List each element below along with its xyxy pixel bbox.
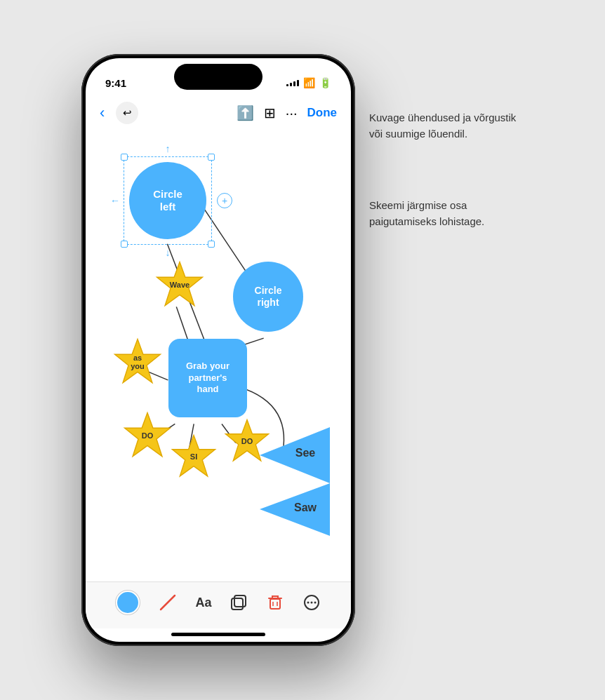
done-button[interactable]: Done <box>307 106 338 120</box>
center-square-label: Grab your partner's hand <box>183 358 232 399</box>
phone-frame: 9:41 📶 🔋 ‹ ↩ <box>81 54 355 646</box>
signal-bars-icon <box>286 80 299 86</box>
svg-text:See: See <box>295 447 316 459</box>
circle-left[interactable]: Circle left <box>129 162 206 239</box>
battery-icon: 🔋 <box>319 77 331 88</box>
strike-icon <box>158 593 178 612</box>
dynamic-island <box>174 64 262 90</box>
status-time: 9:41 <box>105 77 126 89</box>
more-tool[interactable] <box>302 593 321 612</box>
copy-tool[interactable] <box>230 593 248 612</box>
handle-bl[interactable] <box>121 241 128 248</box>
star-asyou[interactable]: as you <box>112 337 163 387</box>
undo-icon: ↩ <box>123 107 132 119</box>
svg-marker-10 <box>125 413 171 457</box>
annotation-2-text: Skeemi järgmise osa paigutamiseks lohist… <box>369 199 484 227</box>
svg-point-26 <box>314 602 317 604</box>
annotation-2: Skeemi järgmise osa paigutamiseks lohist… <box>369 198 524 229</box>
more-button[interactable]: ··· <box>286 105 298 121</box>
text-tool-label: Aa <box>196 595 212 610</box>
circle-right[interactable]: Circle right <box>233 262 303 332</box>
strike-tool[interactable] <box>158 593 178 612</box>
svg-text:Saw: Saw <box>294 502 317 513</box>
handle-tl[interactable] <box>121 154 128 161</box>
annotation-panel: Kuvage ühendused ja võrgustik või suumig… <box>369 54 524 257</box>
circle-left-label: Circle left <box>153 188 182 213</box>
triangle-container: See Saw <box>239 420 337 539</box>
color-tool[interactable] <box>116 591 140 614</box>
undo-button[interactable]: ↩ <box>116 102 138 124</box>
svg-line-17 <box>161 595 175 610</box>
svg-marker-11 <box>172 435 215 476</box>
expand-handle-right[interactable]: + <box>217 193 232 208</box>
annotation-1-text: Kuvage ühendused ja võrgustik või suumig… <box>369 112 516 140</box>
delete-tool[interactable] <box>266 593 284 612</box>
handle-tr[interactable] <box>208 154 215 161</box>
back-button[interactable]: ‹ <box>100 104 105 122</box>
color-circle <box>116 591 140 614</box>
svg-point-25 <box>311 602 313 604</box>
toolbar: ‹ ↩ ⬆️ ⊞ ··· Done <box>86 96 351 130</box>
circle-right-label: Circle right <box>255 285 282 309</box>
annotation-1: Kuvage ühendused ja võrgustik või suumig… <box>369 110 524 142</box>
handle-br[interactable] <box>208 241 215 248</box>
arrow-left[interactable]: ← <box>110 195 120 206</box>
svg-marker-9 <box>115 339 161 383</box>
delete-icon <box>266 593 284 612</box>
star-si[interactable]: SI <box>170 433 218 480</box>
center-square[interactable]: Grab your partner's hand <box>168 339 247 417</box>
svg-rect-18 <box>232 598 243 610</box>
bottom-toolbar: Aa <box>86 581 351 628</box>
grid-button[interactable]: ⊞ <box>264 105 276 121</box>
arrow-bottom[interactable]: ↓ <box>166 247 171 258</box>
more-icon <box>302 593 321 612</box>
text-tool[interactable]: Aa <box>196 595 212 610</box>
phone-screen: 9:41 📶 🔋 ‹ ↩ <box>86 58 351 642</box>
home-indicator <box>171 633 265 636</box>
star-do1[interactable]: DO <box>122 410 173 461</box>
svg-point-24 <box>307 602 310 604</box>
star-wave[interactable]: Wave <box>154 260 205 310</box>
status-icons: 📶 🔋 <box>286 77 331 88</box>
canvas: ↑ ↓ ← + Circle left Circle right Grab yo… <box>86 130 351 581</box>
wifi-icon: 📶 <box>303 77 315 88</box>
copy-icon <box>230 593 248 612</box>
page-wrapper: 9:41 📶 🔋 ‹ ↩ <box>81 54 524 646</box>
svg-rect-19 <box>234 595 246 607</box>
svg-rect-20 <box>270 599 280 609</box>
arrow-top[interactable]: ↑ <box>166 143 171 154</box>
toolbar-right: ⬆️ ⊞ ··· Done <box>237 105 337 121</box>
share-button[interactable]: ⬆️ <box>237 105 254 121</box>
svg-marker-8 <box>157 262 203 306</box>
toolbar-left: ‹ ↩ <box>100 102 138 124</box>
